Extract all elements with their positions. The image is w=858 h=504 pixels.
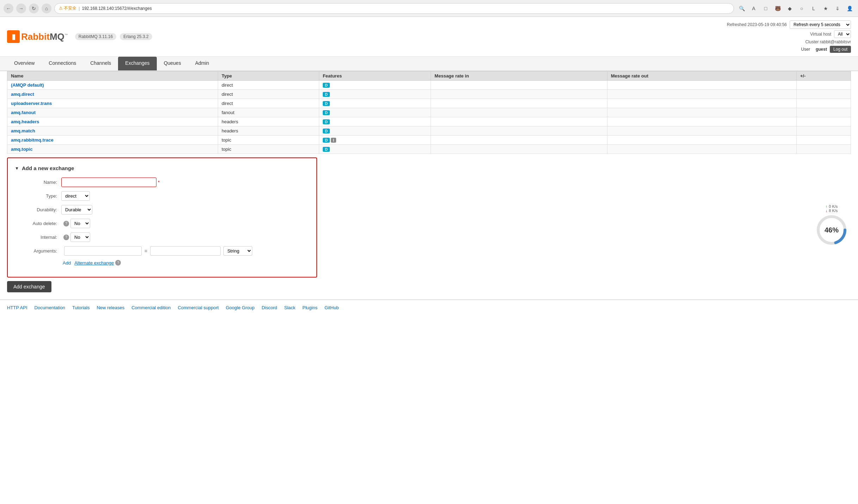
split-icon[interactable]: □ <box>761 4 771 13</box>
home-button[interactable]: ⌂ <box>42 4 51 13</box>
internal-help-icon[interactable]: ? <box>63 235 69 240</box>
table-row[interactable]: amq.directdirectD <box>7 90 851 99</box>
ext5-icon[interactable]: ★ <box>821 4 831 13</box>
exchange-type: headers <box>218 126 319 136</box>
logout-button[interactable]: Log out <box>830 46 851 53</box>
durability-label: Durability: <box>15 207 57 212</box>
gauge-text: 46% <box>825 226 839 234</box>
profile-icon[interactable]: 👤 <box>845 4 854 13</box>
col-name: Name <box>7 71 218 81</box>
rate-in <box>431 117 607 126</box>
rate-in <box>431 81 607 90</box>
internal-select[interactable]: No Yes <box>70 232 90 242</box>
forward-button[interactable]: → <box>16 4 26 13</box>
alternate-exchange-help-icon[interactable]: ? <box>115 260 121 266</box>
vhost-row: Virtual host All <box>727 30 851 38</box>
rate-in <box>431 90 607 99</box>
name-input[interactable] <box>61 178 156 187</box>
ext3-icon[interactable]: ○ <box>797 4 807 13</box>
arg-type-select[interactable]: String Number Boolean List <box>223 246 252 256</box>
rate-out <box>607 99 796 108</box>
durable-badge: D <box>323 138 330 143</box>
nav-overview[interactable]: Overview <box>7 57 42 70</box>
footer-link-new-releases[interactable]: New releases <box>97 305 124 310</box>
back-button[interactable]: ← <box>4 4 13 13</box>
footer-link-discord[interactable]: Discord <box>261 305 277 310</box>
col-actions: +/- <box>796 71 851 81</box>
table-row[interactable]: amq.topictopicD <box>7 145 851 154</box>
table-row[interactable]: amq.rabbitmq.tracetopicDI <box>7 136 851 145</box>
rate-out <box>607 145 796 154</box>
exchange-features: D <box>319 117 431 126</box>
footer-link-http-api[interactable]: HTTP API <box>7 305 27 310</box>
refresh-select[interactable]: Refresh every 5 seconds Refresh every 10… <box>790 20 851 29</box>
footer-link-plugins[interactable]: Plugins <box>302 305 317 310</box>
rate-in <box>431 126 607 136</box>
actions <box>796 108 851 117</box>
durability-select[interactable]: Durable Transient <box>61 205 92 214</box>
exchange-name: amq.direct <box>7 90 218 99</box>
ext2-icon[interactable]: ◆ <box>785 4 795 13</box>
auto-delete-help-icon[interactable]: ? <box>63 221 69 226</box>
name-label: Name: <box>15 180 57 185</box>
ext4-icon[interactable]: L <box>809 4 819 13</box>
exchange-name-link[interactable]: amq.direct <box>11 92 34 97</box>
alternate-exchange-link[interactable]: Alternate exchange <box>74 260 114 266</box>
address-bar[interactable]: ⚠ 不安全 | 192.168.128.140:15672/#/exchange… <box>54 3 734 14</box>
browser-chrome: ← → ↻ ⌂ ⚠ 不安全 | 192.168.128.140:15672/#/… <box>0 0 858 17</box>
exchange-name-link[interactable]: amq.topic <box>11 147 32 152</box>
refresh-button[interactable]: ↻ <box>29 4 39 13</box>
durable-badge: D <box>323 119 330 124</box>
refresh-time: Refreshed 2023-05-19 09:40:56 <box>727 22 787 27</box>
exchange-name-link[interactable]: amq.match <box>11 128 35 133</box>
erlang-version: Erlang 25.3.2 <box>120 33 152 40</box>
actions <box>796 145 851 154</box>
type-select[interactable]: direct fanout topic headers <box>61 191 90 201</box>
footer-link-commercial-support[interactable]: Commercial support <box>178 305 218 310</box>
footer-link-commercial-edition[interactable]: Commercial edition <box>131 305 171 310</box>
exchange-name-link[interactable]: amq.fanout <box>11 110 36 115</box>
exchange-name-link[interactable]: uploadserver.trans <box>11 101 52 106</box>
durable-badge: D <box>323 83 330 88</box>
exchange-name-link[interactable]: amq.headers <box>11 119 39 124</box>
arg-key-input[interactable] <box>64 246 142 256</box>
footer-link-slack[interactable]: Slack <box>284 305 296 310</box>
table-row[interactable]: amq.headersheadersD <box>7 117 851 126</box>
nav-admin[interactable]: Admin <box>188 57 216 70</box>
downloads-icon[interactable]: ⇓ <box>833 4 842 13</box>
footer-link-github[interactable]: GitHub <box>325 305 339 310</box>
search-icon[interactable]: 🔍 <box>737 4 747 13</box>
exchange-name-link[interactable]: (AMQP default) <box>11 82 44 88</box>
exchange-type: headers <box>218 117 319 126</box>
footer-link-google-group[interactable]: Google Group <box>226 305 255 310</box>
add-argument-link[interactable]: Add <box>63 260 71 266</box>
nav-exchanges[interactable]: Exchanges <box>118 57 156 70</box>
nav-connections[interactable]: Connections <box>42 57 83 70</box>
table-row[interactable]: amq.fanoutfanoutD <box>7 108 851 117</box>
refresh-row: Refreshed 2023-05-19 09:40:56 Refresh ev… <box>727 20 851 29</box>
internal-badge: I <box>331 138 336 143</box>
rate-out <box>607 117 796 126</box>
auto-delete-select[interactable]: No Yes <box>70 219 90 228</box>
footer-link-documentation[interactable]: Documentation <box>35 305 65 310</box>
table-row[interactable]: uploadserver.transdirectD <box>7 99 851 108</box>
collapse-arrow[interactable]: ▼ <box>15 166 19 171</box>
auto-delete-row: Auto delete: ? No Yes <box>15 219 309 228</box>
actions <box>796 99 851 108</box>
add-exchange-button[interactable]: Add exchange <box>7 281 51 292</box>
table-row[interactable]: (AMQP default)directD <box>7 81 851 90</box>
footer: HTTP APIDocumentationTutorialsNew releas… <box>0 299 858 315</box>
extensions-icon[interactable]: 🐻 <box>773 4 783 13</box>
nav-channels[interactable]: Channels <box>83 57 118 70</box>
exchange-name-link[interactable]: amq.rabbitmq.trace <box>11 137 54 143</box>
col-features: Features <box>319 71 431 81</box>
table-row[interactable]: amq.matchheadersD <box>7 126 851 136</box>
actions <box>796 136 851 145</box>
user-row: User guest Log out <box>727 46 851 53</box>
arg-value-input[interactable] <box>150 246 221 256</box>
vhost-select[interactable]: All <box>834 30 851 38</box>
rate-in <box>431 108 607 117</box>
footer-link-tutorials[interactable]: Tutorials <box>72 305 89 310</box>
translate-icon[interactable]: A <box>749 4 759 13</box>
nav-queues[interactable]: Queues <box>157 57 188 70</box>
